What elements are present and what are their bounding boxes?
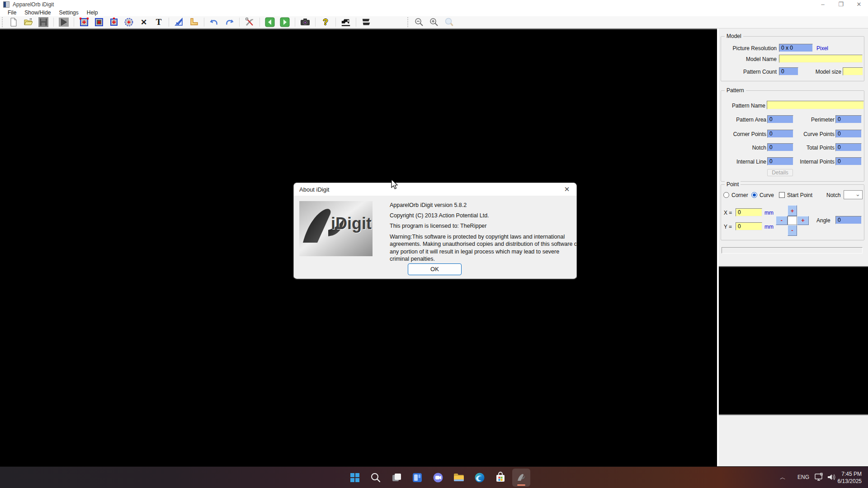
dialog-title-bar: About iDigit ✕ [294,183,576,196]
digitize-rect-icon[interactable] [79,17,89,27]
store-icon[interactable] [491,469,509,487]
preview-area [719,266,868,415]
chat-icon[interactable] [429,469,447,487]
nudge-down-button[interactable]: - [788,225,797,236]
text-tool-icon[interactable]: T [154,17,164,27]
nudge-up-button[interactable]: + [788,205,797,216]
app-icon [3,1,9,8]
zoom-window-icon[interactable] [444,17,454,27]
tools-icon[interactable] [245,17,255,27]
y-unit-label: mm [764,224,774,230]
camera-icon[interactable] [300,17,310,27]
nav-right-icon[interactable] [280,17,290,27]
total-points-field[interactable]: 0 [835,143,862,151]
toolbar-separator [335,18,336,27]
close-button[interactable]: ✕ [850,0,868,9]
x-field[interactable]: 0 [736,208,762,216]
menu-show-hide[interactable]: Show/Hide [20,9,55,16]
setsquare-icon[interactable] [174,17,184,27]
toolbar-separator [315,18,316,27]
open-icon[interactable] [24,17,33,27]
idigit-logo: iDigit [299,201,373,256]
dialog-title: About iDigit [299,186,329,193]
x-label: X = [724,210,732,216]
perimeter-label: Perimeter [788,117,835,123]
idigit-app-icon[interactable] [512,469,530,487]
zoom-out-icon[interactable] [414,17,424,27]
model-name-label: Model Name [720,56,777,62]
tray-date: 6/13/2025 [838,478,862,485]
tray-time: 7:45 PM [838,470,862,478]
notch-dropdown[interactable] [844,190,863,199]
help-icon[interactable]: ? [321,17,330,27]
explorer-icon[interactable] [450,469,468,487]
start-point-checkbox[interactable] [779,192,785,198]
menu-help[interactable]: Help [83,9,102,16]
ok-button[interactable]: OK [408,263,462,275]
digitize-ellipse-icon[interactable] [124,17,134,27]
undo-icon[interactable] [209,17,219,27]
about-version-line: ApparelOrb iDigit version 5.8.2 [390,202,467,208]
model-group-title: Model [725,33,743,39]
toolbar-grip [407,17,409,27]
tray-volume-icon[interactable] [826,473,836,483]
search-icon[interactable] [367,469,385,487]
restore-button[interactable]: ❐ [832,0,850,9]
sewing-machine-icon[interactable] [341,17,351,27]
menu-file[interactable]: File [4,9,20,16]
model-size-field[interactable] [843,67,863,75]
point-group-title: Point [725,181,741,188]
mouse-cursor [391,179,400,191]
tray-clock[interactable]: 7:45 PM 6/13/2025 [838,470,862,485]
tray-network-icon[interactable] [815,473,825,483]
angle-field[interactable]: 0 [835,216,862,224]
details-button[interactable]: Details [767,169,793,176]
toolbar-separator [295,18,295,27]
digitize-frame-icon[interactable] [94,17,104,27]
toolbar-separator [169,18,169,27]
redo-icon[interactable] [224,17,234,27]
edge-icon[interactable] [471,469,489,487]
nudge-left-button[interactable]: - [776,216,788,225]
menu-bar: File Show/Hide Settings Help [0,9,868,16]
picture-resolution-field[interactable]: 0 x 0 [779,44,813,52]
toolbar-separator [356,18,356,27]
curve-radio[interactable] [751,192,757,198]
window-title: ApparelOrb iDigit [13,1,54,8]
digitize-small-icon[interactable] [109,17,119,27]
widgets-icon[interactable] [408,469,426,487]
toolbar-separator [239,18,240,27]
menu-settings[interactable]: Settings [55,9,82,16]
toolbar-separator [259,18,260,27]
ruler-icon[interactable] [189,17,199,27]
tray-chevron-icon[interactable]: ︿ [780,474,786,482]
tray-language[interactable]: ENG [797,474,809,480]
about-warning-text: Warning:This software is protected by co… [390,233,577,263]
pattern-name-label: Pattern Name [713,103,765,109]
minimize-button[interactable]: – [814,0,832,9]
nudge-right-button[interactable]: + [797,216,809,225]
fabric-icon[interactable] [361,17,371,27]
perimeter-field[interactable]: 0 [835,115,862,123]
internal-points-field[interactable]: 0 [835,157,862,165]
internal-line-label: Internal Line [721,159,766,165]
dialog-close-icon[interactable]: ✕ [563,185,571,193]
start-icon[interactable] [346,469,364,487]
nav-left-icon[interactable] [265,17,275,27]
taskview-icon[interactable] [387,469,406,487]
model-name-field[interactable] [779,55,863,63]
panel-status-bar [722,247,863,253]
delete-tool-icon[interactable]: ✕ [139,17,149,27]
taskbar-icons [346,467,530,488]
toolbar-grip [2,17,4,27]
play-icon[interactable] [59,17,69,27]
curve-points-field[interactable]: 0 [835,130,862,138]
corner-radio[interactable] [723,192,729,198]
new-icon[interactable] [9,17,19,27]
pattern-name-field[interactable] [767,101,864,109]
zoom-in-icon[interactable] [429,17,439,27]
toolbar-separator [53,18,54,27]
save-icon[interactable] [38,17,48,27]
y-field[interactable]: 0 [736,222,762,230]
picture-resolution-label: Picture Resolution [720,45,777,52]
